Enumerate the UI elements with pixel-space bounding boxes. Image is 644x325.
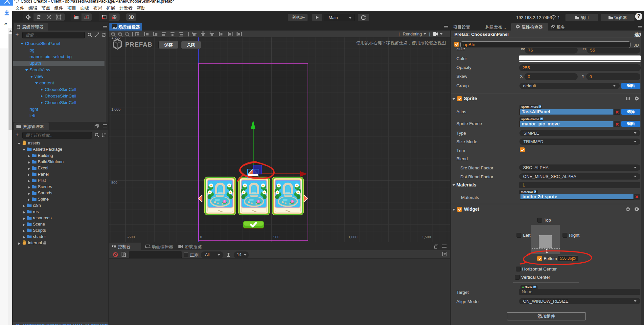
svg-text:500: 500	[111, 181, 117, 184]
svg-text:1,500: 1,500	[422, 235, 431, 239]
svg-text:0: 0	[200, 235, 202, 239]
svg-text:1,000: 1,000	[111, 107, 121, 111]
svg-text:500: 500	[273, 235, 279, 239]
svg-text:1,000: 1,000	[348, 235, 357, 239]
svg-text:-500: -500	[127, 235, 135, 239]
